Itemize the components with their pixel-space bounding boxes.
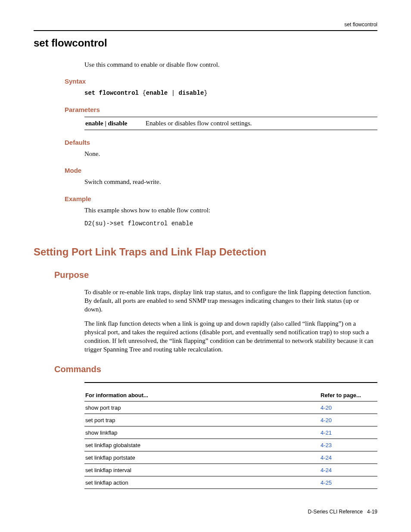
table-header-info: For information about... <box>85 392 321 398</box>
page-reference-link[interactable]: 4-21 <box>321 429 377 436</box>
syntax-code: set flowcontrol {enable | disable} <box>84 90 208 96</box>
footer-page: 4-19 <box>367 509 377 515</box>
syntax-opt-enable: enable <box>146 90 168 96</box>
table-row: set linkflap action4-25 <box>84 476 377 488</box>
header-rule <box>34 30 377 31</box>
mode-heading: Mode <box>65 167 377 174</box>
table-rule-top <box>84 382 377 383</box>
command-title: set flowcontrol <box>34 37 377 49</box>
purpose-heading: Purpose <box>54 270 377 280</box>
parameter-description: Enables or disables flow control setting… <box>146 120 377 127</box>
command-name: set linkflap action <box>85 479 321 486</box>
parameters-heading: Parameters <box>65 106 377 113</box>
purpose-block: To disable or re-enable link traps, disp… <box>84 288 377 354</box>
table-row: set port trap4-20 <box>84 414 377 426</box>
brace-close: } <box>204 90 207 96</box>
brace-open: { <box>142 90 146 96</box>
command-name: show linkflap <box>85 429 321 436</box>
page-reference-link[interactable]: 4-25 <box>321 479 377 486</box>
table-row: set linkflap globalstate4-23 <box>84 439 377 451</box>
defaults-text: None. <box>84 149 377 158</box>
commands-table: For information about... Refer to page..… <box>84 382 377 489</box>
page-container: set flowcontrol set flowcontrol Use this… <box>0 0 411 532</box>
mode-block: Switch command, read-write. <box>84 177 377 186</box>
page-reference-link[interactable]: 4-20 <box>321 404 377 411</box>
command-name: set linkflap interval <box>85 467 321 473</box>
syntax-pipe: | <box>168 90 178 96</box>
purpose-paragraph-2: The link flap function detects when a li… <box>84 319 377 354</box>
example-intro: This example shows how to enable flow co… <box>84 206 377 215</box>
syntax-opt-disable: disable <box>178 90 204 96</box>
page-reference-link[interactable]: 4-20 <box>321 417 377 423</box>
syntax-cmd: set flowcontrol <box>84 90 139 96</box>
table-header-row: For information about... Refer to page..… <box>84 389 377 401</box>
commands-heading: Commands <box>54 364 377 374</box>
defaults-block: None. <box>84 149 377 158</box>
syntax-heading: Syntax <box>65 78 377 85</box>
table-row: show linkflap4-21 <box>84 426 377 439</box>
table-row: show port trap4-20 <box>84 401 377 414</box>
mode-text: Switch command, read-write. <box>84 177 377 186</box>
command-name: set linkflap globalstate <box>85 442 321 448</box>
parameter-key: enable | disable <box>85 120 146 127</box>
purpose-paragraph-1: To disable or re-enable link traps, disp… <box>84 288 377 314</box>
footer-book: D-Series CLI Reference <box>308 509 363 515</box>
syntax-block: set flowcontrol {enable | disable} <box>84 88 377 97</box>
param-rule-bottom <box>84 130 377 130</box>
intro-text: Use this command to enable or disable fl… <box>84 60 377 69</box>
example-code: D2(su)->set flowcontrol enable <box>84 220 377 228</box>
table-row: set linkflap portstate4-24 <box>84 451 377 464</box>
command-name: show port trap <box>85 404 321 411</box>
section-title: Setting Port Link Traps and Link Flap De… <box>34 246 377 258</box>
example-heading: Example <box>65 195 377 202</box>
command-intro: Use this command to enable or disable fl… <box>84 60 377 69</box>
page-footer: D-Series CLI Reference 4-19 <box>34 509 377 515</box>
table-header-page: Refer to page... <box>321 392 377 398</box>
running-header: set flowcontrol <box>34 22 377 28</box>
page-reference-link[interactable]: 4-23 <box>321 442 377 448</box>
command-name: set port trap <box>85 417 321 423</box>
table-row: set linkflap interval4-24 <box>84 464 377 476</box>
defaults-heading: Defaults <box>65 139 377 146</box>
page-reference-link[interactable]: 4-24 <box>321 454 377 461</box>
parameter-row: enable | disable Enables or disables flo… <box>84 117 377 130</box>
page-reference-link[interactable]: 4-24 <box>321 467 377 473</box>
command-name: set linkflap portstate <box>85 454 321 461</box>
parameters-table: enable | disable Enables or disables flo… <box>84 117 377 130</box>
table-rule-bottom <box>84 488 377 489</box>
example-block: This example shows how to enable flow co… <box>84 206 377 228</box>
